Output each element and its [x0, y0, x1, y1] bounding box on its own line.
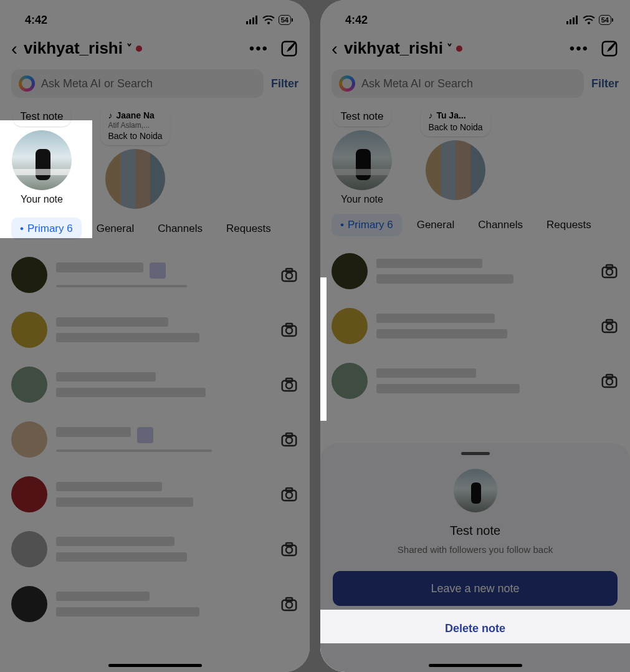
svg-point-25 [286, 602, 292, 608]
tab-channels[interactable]: Channels [469, 214, 532, 236]
plus-icon [6, 135, 15, 144]
notification-dot-icon [456, 46, 462, 52]
chat-row[interactable] [11, 302, 298, 357]
home-indicator [108, 664, 202, 667]
avatar [105, 149, 165, 209]
search-input[interactable]: Ask Meta AI or Search [332, 69, 584, 98]
svg-rect-29 [573, 17, 575, 24]
chat-row[interactable] [11, 412, 298, 467]
avatar [426, 140, 485, 200]
avatar [11, 312, 47, 348]
svg-rect-3 [255, 16, 257, 24]
battery-icon: 54 [279, 15, 291, 25]
chat-row[interactable] [332, 244, 619, 299]
note-bubble: Test note [333, 107, 391, 127]
svg-point-31 [588, 22, 590, 24]
note-label: Your note [21, 194, 63, 205]
tab-requests[interactable]: Requests [538, 214, 600, 236]
chat-row[interactable] [11, 467, 298, 522]
tab-requests[interactable]: Requests [217, 218, 280, 240]
svg-rect-28 [570, 19, 571, 24]
account-switcher[interactable]: vikhyat_rishi ˅ [24, 39, 238, 58]
meta-ai-icon [19, 75, 35, 92]
meta-ai-icon [339, 75, 355, 92]
status-bar: 4:42 54 [320, 0, 630, 34]
inbox-tabs: •Primary 6 General Channels Requests [320, 214, 630, 244]
dm-header: ‹ vikhyat_rishi ˅ ••• [0, 34, 310, 69]
chat-row[interactable] [11, 577, 298, 631]
svg-rect-30 [576, 16, 578, 24]
dm-header: ‹ vikhyat_rishi ˅ ••• [320, 34, 630, 69]
tab-general[interactable]: General [408, 214, 463, 236]
sheet-subtitle: Shared with followers you follow back [398, 544, 553, 555]
wifi-icon [583, 16, 595, 24]
svg-point-37 [606, 324, 613, 330]
friend-note[interactable]: ♪Tu Ja... Back to Noida [415, 107, 496, 200]
camera-icon[interactable] [280, 320, 298, 339]
chat-row[interactable] [332, 353, 619, 408]
username-text: vikhyat_rishi [344, 39, 443, 58]
chat-text [56, 537, 271, 562]
tab-primary[interactable]: •Primary 6 [332, 214, 402, 236]
avatar [332, 308, 368, 344]
tab-channels[interactable]: Channels [149, 218, 211, 240]
song-title: Jaane Na [116, 110, 154, 121]
tab-general[interactable]: General [88, 218, 143, 240]
chat-text [56, 317, 271, 342]
camera-icon[interactable] [280, 266, 298, 284]
status-time: 4:42 [25, 14, 47, 27]
your-note[interactable]: Test note Your note [322, 107, 403, 205]
svg-point-10 [286, 327, 292, 334]
chat-text [56, 482, 271, 507]
svg-rect-1 [249, 19, 251, 24]
svg-rect-2 [252, 17, 254, 24]
camera-icon[interactable] [280, 485, 298, 504]
camera-icon[interactable] [280, 540, 298, 559]
chat-row[interactable] [11, 247, 298, 302]
camera-icon[interactable] [600, 262, 619, 281]
back-icon[interactable]: ‹ [332, 39, 338, 58]
more-icon[interactable]: ••• [565, 40, 594, 57]
username-text: vikhyat_rishi [24, 39, 123, 58]
leave-new-note-button[interactable]: Leave a new note [333, 571, 618, 606]
camera-icon[interactable] [280, 430, 298, 449]
svg-point-19 [286, 492, 292, 498]
account-switcher[interactable]: vikhyat_rishi ˅ [344, 39, 558, 58]
notes-row: Test note Your note ♪Tu Ja... Back to No… [320, 107, 630, 214]
chat-text [56, 592, 271, 617]
battery-icon: 54 [599, 15, 611, 25]
friend-note[interactable]: ♪Jaane Na Atif Aslam,... Back to Noida [95, 107, 176, 209]
status-icons: 54 [566, 15, 611, 25]
more-icon[interactable]: ••• [244, 40, 274, 57]
camera-icon[interactable] [280, 595, 298, 613]
chat-row[interactable] [332, 299, 619, 353]
delete-note-button[interactable]: Delete note [333, 611, 618, 646]
chat-list [0, 247, 310, 631]
chat-row[interactable] [11, 522, 298, 577]
search-input[interactable]: Ask Meta AI or Search [11, 69, 264, 98]
chat-text [56, 262, 271, 287]
chat-text [376, 259, 591, 284]
compose-icon[interactable] [280, 39, 298, 58]
your-note[interactable]: Test note Your note [1, 107, 82, 205]
tab-primary[interactable]: •Primary 6 [11, 218, 82, 240]
sheet-avatar [454, 469, 497, 512]
status-time: 4:42 [345, 14, 368, 27]
back-icon[interactable]: ‹ [11, 39, 17, 58]
filter-button[interactable]: Filter [271, 77, 298, 90]
chat-text [56, 427, 271, 452]
camera-icon[interactable] [600, 317, 619, 335]
sheet-grabber-icon[interactable] [461, 452, 490, 455]
note-caption: Back to Noida [428, 122, 482, 133]
camera-icon[interactable] [600, 372, 619, 390]
compose-icon[interactable] [600, 39, 619, 58]
sheet-title: Test note [450, 524, 500, 538]
avatar [11, 367, 47, 403]
chat-row[interactable] [11, 357, 298, 412]
chat-text [56, 372, 271, 397]
svg-point-40 [606, 378, 613, 385]
filter-button[interactable]: Filter [591, 77, 619, 90]
notes-row: Test note Your note ♪Jaane Na Atif Aslam… [0, 107, 310, 218]
search-placeholder: Ask Meta AI or Search [361, 77, 473, 90]
camera-icon[interactable] [280, 375, 298, 394]
